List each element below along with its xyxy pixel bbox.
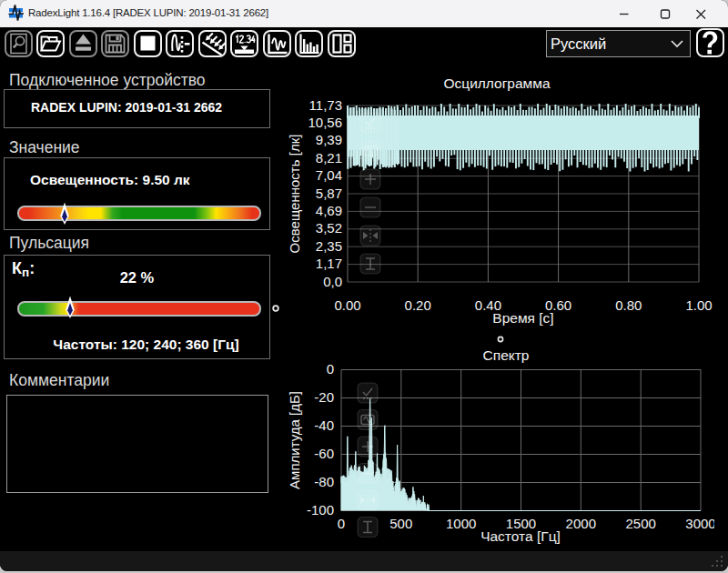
svg-text:9,39: 9,39 [316, 132, 342, 147]
svg-text:11,73: 11,73 [309, 97, 342, 113]
svg-text:2000: 2000 [566, 516, 596, 531]
svg-text:0,0: 0,0 [323, 274, 342, 289]
svg-text:0.80: 0.80 [615, 297, 642, 313]
svg-text:5,87: 5,87 [316, 186, 342, 201]
svg-text:1000: 1000 [446, 516, 476, 531]
svg-text:8,21: 8,21 [316, 150, 342, 166]
svg-text:7,04: 7,04 [316, 167, 342, 183]
svg-text:0.20: 0.20 [405, 297, 431, 313]
svg-text:-100: -100 [307, 502, 334, 518]
svg-text:2,35: 2,35 [316, 238, 342, 254]
svg-text:-20: -20 [314, 389, 334, 405]
svg-text:2500: 2500 [626, 516, 656, 531]
svg-text:10,56: 10,56 [308, 115, 342, 130]
svg-text:0.00: 0.00 [334, 297, 360, 313]
svg-text:500: 500 [389, 516, 412, 531]
svg-text:Время [с]: Время [с] [492, 310, 553, 326]
svg-text:0: 0 [338, 516, 345, 531]
svg-text:Амплитуда [дБ]: Амплитуда [дБ] [287, 391, 302, 489]
svg-text:-60: -60 [314, 446, 334, 461]
svg-text:0: 0 [327, 361, 334, 377]
svg-text:Осциллограмма: Осциллограмма [443, 75, 550, 91]
svg-text:-40: -40 [314, 417, 334, 433]
svg-text:3,52: 3,52 [316, 220, 342, 236]
svg-text:1,17: 1,17 [316, 256, 342, 271]
svg-text:Частота [Гц]: Частота [Гц] [480, 528, 561, 544]
svg-text:Освещенность [лк]: Освещенность [лк] [287, 135, 302, 254]
svg-text:1.00: 1.00 [685, 297, 712, 313]
svg-text:4,69: 4,69 [316, 203, 342, 218]
svg-text:Спектр: Спектр [483, 347, 530, 363]
svg-text:-80: -80 [314, 474, 334, 489]
svg-text:3000: 3000 [685, 516, 714, 531]
